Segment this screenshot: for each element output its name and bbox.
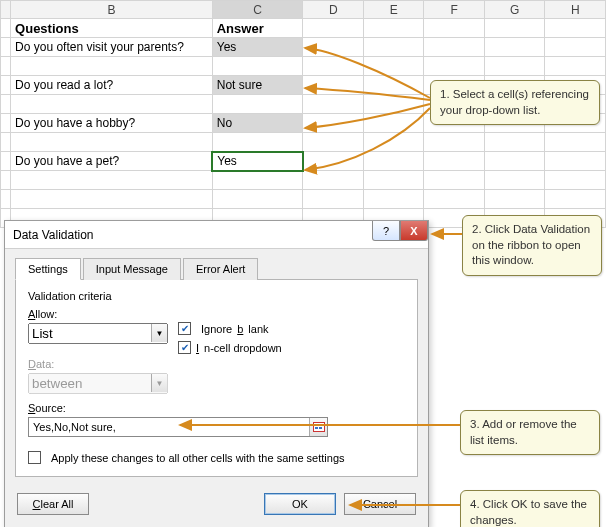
dialog-title: Data Validation [13, 228, 94, 242]
tab-input-message[interactable]: Input Message [83, 258, 181, 280]
ignore-blank-checkbox[interactable]: ✔ Ignore blank [178, 322, 282, 335]
column-headers: B C D E F G H [1, 1, 606, 19]
callout-1: 1. Select a cell(s) referencing your dro… [430, 80, 600, 125]
close-button[interactable]: X [400, 221, 428, 241]
question-cell[interactable]: Do you read a lot? [11, 76, 213, 95]
col-G[interactable]: G [484, 1, 545, 19]
cancel-button[interactable]: Cancel [344, 493, 416, 515]
col-F[interactable]: F [424, 1, 485, 19]
col-H[interactable]: H [545, 1, 606, 19]
data-validation-dialog: Data Validation ? X Settings Input Messa… [4, 220, 429, 527]
criteria-label: Validation criteria [28, 290, 405, 302]
col-D[interactable]: D [303, 1, 364, 19]
col-E[interactable]: E [363, 1, 424, 19]
apply-all-checkbox[interactable]: ✔ Apply these changes to all other cells… [28, 451, 405, 464]
question-cell[interactable]: Do you have a pet? [11, 152, 213, 171]
answer-cell[interactable]: Yes [212, 38, 303, 57]
check-icon: ✔ [178, 322, 191, 335]
question-cell[interactable]: Do you often visit your parents? [11, 38, 213, 57]
data-select [28, 373, 168, 394]
question-cell[interactable]: Do you have a hobby? [11, 114, 213, 133]
data-label: Data: [28, 358, 405, 370]
checkbox-icon: ✔ [28, 451, 41, 464]
allow-label: Allow: [28, 308, 168, 320]
col-B[interactable]: B [11, 1, 213, 19]
ok-button[interactable]: OK [264, 493, 336, 515]
svg-rect-4 [319, 427, 322, 429]
tabs: Settings Input Message Error Alert [15, 257, 418, 280]
answer-cell[interactable]: No [212, 114, 303, 133]
callout-2: 2. Click Data Validation on the ribbon t… [462, 215, 602, 276]
col-C[interactable]: C [212, 1, 303, 19]
help-button[interactable]: ? [372, 221, 400, 241]
range-picker-button[interactable] [309, 418, 327, 436]
tab-settings[interactable]: Settings [15, 258, 81, 280]
corner [1, 1, 11, 19]
answer-cell[interactable]: Not sure [212, 76, 303, 95]
dialog-footer: Clear All OK Cancel [5, 487, 428, 527]
clear-all-button[interactable]: Clear All [17, 493, 89, 515]
active-answer-cell[interactable]: Yes ▼ [212, 152, 303, 171]
source-input[interactable] [28, 417, 328, 437]
svg-rect-2 [319, 424, 322, 426]
tab-error-alert[interactable]: Error Alert [183, 258, 259, 280]
svg-rect-1 [315, 424, 318, 426]
header-answer: Answer [212, 19, 303, 38]
allow-select[interactable] [28, 323, 168, 344]
source-label: Source: [28, 402, 405, 414]
settings-panel: Validation criteria Allow: ▼ ✔ Ignore bl… [15, 280, 418, 477]
titlebar[interactable]: Data Validation ? X [5, 221, 428, 249]
header-questions: Questions [11, 19, 213, 38]
check-icon: ✔ [178, 341, 191, 354]
svg-rect-3 [315, 427, 318, 429]
callout-4: 4. Click OK to save the changes. [460, 490, 600, 527]
callout-3: 3. Add or remove the list items. [460, 410, 600, 455]
incell-dropdown-checkbox[interactable]: ✔ In-cell dropdown [178, 341, 282, 354]
answer-value: Yes [217, 154, 237, 168]
